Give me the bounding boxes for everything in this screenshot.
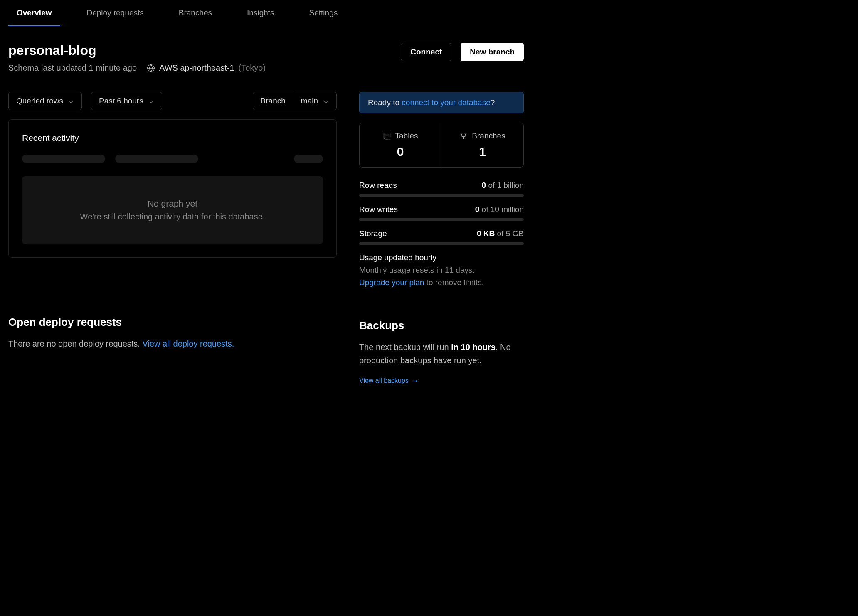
region-city: (Tokyo) bbox=[239, 63, 266, 73]
timerange-dropdown[interactable]: Past 6 hours bbox=[91, 92, 162, 110]
deploy-requests-empty: There are no open deploy requests. bbox=[8, 339, 142, 348]
storage-bar bbox=[359, 242, 524, 245]
schema-updated-text: Schema last updated 1 minute ago bbox=[8, 63, 137, 73]
tables-label: Tables bbox=[395, 131, 418, 140]
svg-point-6 bbox=[465, 133, 466, 134]
region-info: AWS ap-northeast-1 (Tokyo) bbox=[147, 63, 266, 73]
chevron-down-icon bbox=[148, 98, 154, 104]
storage-limit: of 5 GB bbox=[495, 229, 524, 238]
upgrade-suffix: to remove limits. bbox=[424, 278, 484, 287]
deploy-requests-title: Open deploy requests bbox=[8, 316, 337, 329]
table-icon bbox=[383, 132, 391, 140]
activity-card: Recent activity No graph yet We're still… bbox=[8, 119, 337, 258]
row-reads-limit: of 1 billion bbox=[486, 181, 524, 190]
backups-title: Backups bbox=[359, 319, 524, 332]
tab-overview[interactable]: Overview bbox=[8, 0, 60, 26]
row-reads-bar bbox=[359, 194, 524, 197]
metric-dropdown[interactable]: Queried rows bbox=[8, 92, 82, 110]
tab-settings[interactable]: Settings bbox=[301, 0, 346, 26]
storage-label: Storage bbox=[359, 229, 387, 238]
row-reads-value: 0 bbox=[482, 181, 486, 190]
view-all-deploy-requests-link[interactable]: View all deploy requests. bbox=[142, 339, 234, 348]
usage-note: Usage updated hourly bbox=[359, 253, 524, 262]
branch-selector: Branch main bbox=[253, 92, 337, 110]
metric-dropdown-label: Queried rows bbox=[16, 96, 63, 106]
new-branch-button[interactable]: New branch bbox=[461, 43, 524, 61]
branch-icon bbox=[459, 132, 468, 140]
arrow-right-icon: → bbox=[412, 377, 419, 384]
row-writes-value: 0 bbox=[475, 205, 480, 214]
tab-insights[interactable]: Insights bbox=[239, 0, 282, 26]
branch-selector-label: Branch bbox=[253, 92, 293, 110]
row-writes-label: Row writes bbox=[359, 205, 398, 214]
svg-point-7 bbox=[463, 137, 464, 138]
backups-text-bold: in 10 hours bbox=[451, 342, 496, 352]
activity-title: Recent activity bbox=[22, 133, 323, 143]
no-graph-title: No graph yet bbox=[30, 199, 315, 209]
branch-selector-value[interactable]: main bbox=[293, 92, 336, 110]
connect-button[interactable]: Connect bbox=[401, 43, 451, 61]
connect-banner: Ready to connect to your database? bbox=[359, 92, 524, 113]
svg-point-5 bbox=[461, 133, 462, 134]
row-reads-usage: Row reads 0 of 1 billion bbox=[359, 181, 524, 197]
connect-database-link[interactable]: connect to your database bbox=[402, 98, 490, 107]
stats-grid: Tables 0 Branches 1 bbox=[359, 123, 524, 168]
database-title: personal-blog bbox=[8, 43, 266, 58]
row-writes-bar bbox=[359, 218, 524, 221]
storage-value: 0 KB bbox=[477, 229, 495, 238]
tab-deploy-requests[interactable]: Deploy requests bbox=[79, 0, 152, 26]
tab-branches[interactable]: Branches bbox=[170, 0, 220, 26]
tables-value: 0 bbox=[368, 145, 433, 159]
branches-value: 1 bbox=[450, 145, 515, 159]
row-writes-limit: of 10 million bbox=[479, 205, 524, 214]
chevron-down-icon bbox=[68, 98, 74, 104]
usage-resets: Monthly usage resets in 11 days. bbox=[359, 266, 475, 274]
banner-prefix: Ready to bbox=[368, 98, 402, 107]
view-all-backups-link[interactable]: View all backups → bbox=[359, 377, 419, 384]
nav-tabs: Overview Deploy requests Branches Insigh… bbox=[0, 0, 858, 26]
no-graph-placeholder: No graph yet We're still collecting acti… bbox=[22, 176, 323, 244]
row-reads-label: Row reads bbox=[359, 181, 397, 190]
view-all-backups-label: View all backups bbox=[359, 377, 409, 384]
chevron-down-icon bbox=[323, 98, 329, 104]
row-writes-usage: Row writes 0 of 10 million bbox=[359, 205, 524, 221]
banner-suffix: ? bbox=[491, 98, 495, 107]
skeleton-loader bbox=[22, 155, 323, 163]
globe-icon bbox=[147, 64, 155, 72]
backups-text-prefix: The next backup will run bbox=[359, 342, 451, 352]
region-provider: AWS ap-northeast-1 bbox=[159, 63, 234, 73]
branches-stat[interactable]: Branches 1 bbox=[441, 123, 523, 167]
no-graph-subtitle: We're still collecting activity data for… bbox=[30, 212, 315, 222]
branches-label: Branches bbox=[472, 131, 505, 140]
storage-usage: Storage 0 KB of 5 GB bbox=[359, 229, 524, 245]
tables-stat[interactable]: Tables 0 bbox=[360, 123, 441, 167]
timerange-dropdown-label: Past 6 hours bbox=[99, 96, 143, 106]
upgrade-plan-link[interactable]: Upgrade your plan bbox=[359, 278, 424, 287]
branch-name: main bbox=[301, 96, 318, 106]
